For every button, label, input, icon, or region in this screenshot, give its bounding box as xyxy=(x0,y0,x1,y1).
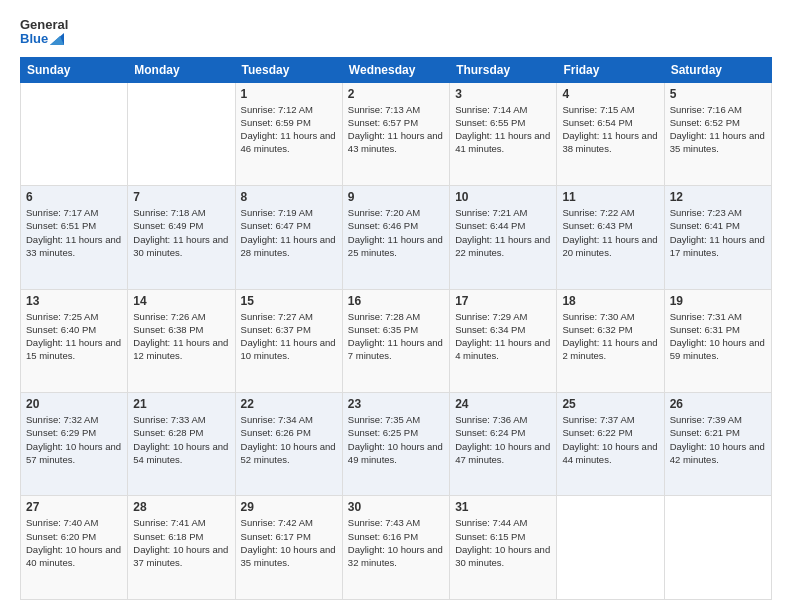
day-number: 10 xyxy=(455,190,551,204)
day-info: Sunrise: 7:39 AM Sunset: 6:21 PM Dayligh… xyxy=(670,413,766,466)
calendar-cell: 2Sunrise: 7:13 AM Sunset: 6:57 PM Daylig… xyxy=(342,82,449,185)
calendar-cell: 30Sunrise: 7:43 AM Sunset: 6:16 PM Dayli… xyxy=(342,496,449,600)
calendar-cell: 23Sunrise: 7:35 AM Sunset: 6:25 PM Dayli… xyxy=(342,393,449,496)
day-info: Sunrise: 7:21 AM Sunset: 6:44 PM Dayligh… xyxy=(455,206,551,259)
week-row-1: 1Sunrise: 7:12 AM Sunset: 6:59 PM Daylig… xyxy=(21,82,772,185)
calendar-cell: 10Sunrise: 7:21 AM Sunset: 6:44 PM Dayli… xyxy=(450,186,557,289)
day-number: 5 xyxy=(670,87,766,101)
day-number: 29 xyxy=(241,500,337,514)
week-row-2: 6Sunrise: 7:17 AM Sunset: 6:51 PM Daylig… xyxy=(21,186,772,289)
day-info: Sunrise: 7:43 AM Sunset: 6:16 PM Dayligh… xyxy=(348,516,444,569)
weekday-header-thursday: Thursday xyxy=(450,57,557,82)
calendar-cell: 12Sunrise: 7:23 AM Sunset: 6:41 PM Dayli… xyxy=(664,186,771,289)
week-row-4: 20Sunrise: 7:32 AM Sunset: 6:29 PM Dayli… xyxy=(21,393,772,496)
day-info: Sunrise: 7:29 AM Sunset: 6:34 PM Dayligh… xyxy=(455,310,551,363)
header: General Blue xyxy=(20,18,772,47)
day-info: Sunrise: 7:37 AM Sunset: 6:22 PM Dayligh… xyxy=(562,413,658,466)
calendar-cell: 14Sunrise: 7:26 AM Sunset: 6:38 PM Dayli… xyxy=(128,289,235,392)
day-number: 14 xyxy=(133,294,229,308)
day-number: 4 xyxy=(562,87,658,101)
day-info: Sunrise: 7:19 AM Sunset: 6:47 PM Dayligh… xyxy=(241,206,337,259)
day-number: 2 xyxy=(348,87,444,101)
weekday-header-sunday: Sunday xyxy=(21,57,128,82)
day-number: 18 xyxy=(562,294,658,308)
calendar-cell: 8Sunrise: 7:19 AM Sunset: 6:47 PM Daylig… xyxy=(235,186,342,289)
calendar-cell: 29Sunrise: 7:42 AM Sunset: 6:17 PM Dayli… xyxy=(235,496,342,600)
day-info: Sunrise: 7:15 AM Sunset: 6:54 PM Dayligh… xyxy=(562,103,658,156)
day-info: Sunrise: 7:22 AM Sunset: 6:43 PM Dayligh… xyxy=(562,206,658,259)
day-number: 27 xyxy=(26,500,122,514)
day-number: 31 xyxy=(455,500,551,514)
calendar-cell: 5Sunrise: 7:16 AM Sunset: 6:52 PM Daylig… xyxy=(664,82,771,185)
day-info: Sunrise: 7:32 AM Sunset: 6:29 PM Dayligh… xyxy=(26,413,122,466)
day-number: 17 xyxy=(455,294,551,308)
day-info: Sunrise: 7:16 AM Sunset: 6:52 PM Dayligh… xyxy=(670,103,766,156)
day-info: Sunrise: 7:12 AM Sunset: 6:59 PM Dayligh… xyxy=(241,103,337,156)
day-info: Sunrise: 7:34 AM Sunset: 6:26 PM Dayligh… xyxy=(241,413,337,466)
calendar-cell: 1Sunrise: 7:12 AM Sunset: 6:59 PM Daylig… xyxy=(235,82,342,185)
day-number: 3 xyxy=(455,87,551,101)
calendar-cell: 19Sunrise: 7:31 AM Sunset: 6:31 PM Dayli… xyxy=(664,289,771,392)
day-number: 22 xyxy=(241,397,337,411)
calendar-cell: 26Sunrise: 7:39 AM Sunset: 6:21 PM Dayli… xyxy=(664,393,771,496)
day-info: Sunrise: 7:13 AM Sunset: 6:57 PM Dayligh… xyxy=(348,103,444,156)
day-number: 11 xyxy=(562,190,658,204)
weekday-header-row: SundayMondayTuesdayWednesdayThursdayFrid… xyxy=(21,57,772,82)
calendar-cell: 31Sunrise: 7:44 AM Sunset: 6:15 PM Dayli… xyxy=(450,496,557,600)
day-info: Sunrise: 7:14 AM Sunset: 6:55 PM Dayligh… xyxy=(455,103,551,156)
day-info: Sunrise: 7:41 AM Sunset: 6:18 PM Dayligh… xyxy=(133,516,229,569)
weekday-header-monday: Monday xyxy=(128,57,235,82)
calendar-cell xyxy=(21,82,128,185)
calendar-cell: 21Sunrise: 7:33 AM Sunset: 6:28 PM Dayli… xyxy=(128,393,235,496)
day-info: Sunrise: 7:42 AM Sunset: 6:17 PM Dayligh… xyxy=(241,516,337,569)
day-number: 23 xyxy=(348,397,444,411)
calendar-cell xyxy=(557,496,664,600)
calendar-table: SundayMondayTuesdayWednesdayThursdayFrid… xyxy=(20,57,772,600)
calendar-cell: 28Sunrise: 7:41 AM Sunset: 6:18 PM Dayli… xyxy=(128,496,235,600)
day-number: 19 xyxy=(670,294,766,308)
calendar-cell: 16Sunrise: 7:28 AM Sunset: 6:35 PM Dayli… xyxy=(342,289,449,392)
calendar-cell: 27Sunrise: 7:40 AM Sunset: 6:20 PM Dayli… xyxy=(21,496,128,600)
day-number: 9 xyxy=(348,190,444,204)
day-number: 16 xyxy=(348,294,444,308)
day-number: 25 xyxy=(562,397,658,411)
day-info: Sunrise: 7:20 AM Sunset: 6:46 PM Dayligh… xyxy=(348,206,444,259)
calendar-cell xyxy=(128,82,235,185)
day-info: Sunrise: 7:18 AM Sunset: 6:49 PM Dayligh… xyxy=(133,206,229,259)
day-number: 24 xyxy=(455,397,551,411)
week-row-3: 13Sunrise: 7:25 AM Sunset: 6:40 PM Dayli… xyxy=(21,289,772,392)
day-info: Sunrise: 7:44 AM Sunset: 6:15 PM Dayligh… xyxy=(455,516,551,569)
day-info: Sunrise: 7:31 AM Sunset: 6:31 PM Dayligh… xyxy=(670,310,766,363)
calendar-cell: 13Sunrise: 7:25 AM Sunset: 6:40 PM Dayli… xyxy=(21,289,128,392)
weekday-header-saturday: Saturday xyxy=(664,57,771,82)
logo: General Blue xyxy=(20,18,68,47)
calendar-cell: 17Sunrise: 7:29 AM Sunset: 6:34 PM Dayli… xyxy=(450,289,557,392)
page: General Blue SundayMondayTuesdayWednesda… xyxy=(0,0,792,612)
day-info: Sunrise: 7:27 AM Sunset: 6:37 PM Dayligh… xyxy=(241,310,337,363)
calendar-cell xyxy=(664,496,771,600)
logo-blue: Blue xyxy=(20,32,68,46)
day-number: 15 xyxy=(241,294,337,308)
calendar-cell: 11Sunrise: 7:22 AM Sunset: 6:43 PM Dayli… xyxy=(557,186,664,289)
day-info: Sunrise: 7:17 AM Sunset: 6:51 PM Dayligh… xyxy=(26,206,122,259)
day-info: Sunrise: 7:33 AM Sunset: 6:28 PM Dayligh… xyxy=(133,413,229,466)
day-number: 8 xyxy=(241,190,337,204)
day-number: 13 xyxy=(26,294,122,308)
calendar-cell: 6Sunrise: 7:17 AM Sunset: 6:51 PM Daylig… xyxy=(21,186,128,289)
day-number: 28 xyxy=(133,500,229,514)
calendar-cell: 3Sunrise: 7:14 AM Sunset: 6:55 PM Daylig… xyxy=(450,82,557,185)
calendar-cell: 24Sunrise: 7:36 AM Sunset: 6:24 PM Dayli… xyxy=(450,393,557,496)
day-info: Sunrise: 7:30 AM Sunset: 6:32 PM Dayligh… xyxy=(562,310,658,363)
weekday-header-friday: Friday xyxy=(557,57,664,82)
day-info: Sunrise: 7:23 AM Sunset: 6:41 PM Dayligh… xyxy=(670,206,766,259)
logo-bird-icon xyxy=(50,33,64,45)
day-number: 7 xyxy=(133,190,229,204)
day-number: 26 xyxy=(670,397,766,411)
calendar-cell: 22Sunrise: 7:34 AM Sunset: 6:26 PM Dayli… xyxy=(235,393,342,496)
day-number: 1 xyxy=(241,87,337,101)
day-number: 6 xyxy=(26,190,122,204)
calendar-cell: 9Sunrise: 7:20 AM Sunset: 6:46 PM Daylig… xyxy=(342,186,449,289)
calendar-cell: 7Sunrise: 7:18 AM Sunset: 6:49 PM Daylig… xyxy=(128,186,235,289)
day-number: 12 xyxy=(670,190,766,204)
day-info: Sunrise: 7:25 AM Sunset: 6:40 PM Dayligh… xyxy=(26,310,122,363)
